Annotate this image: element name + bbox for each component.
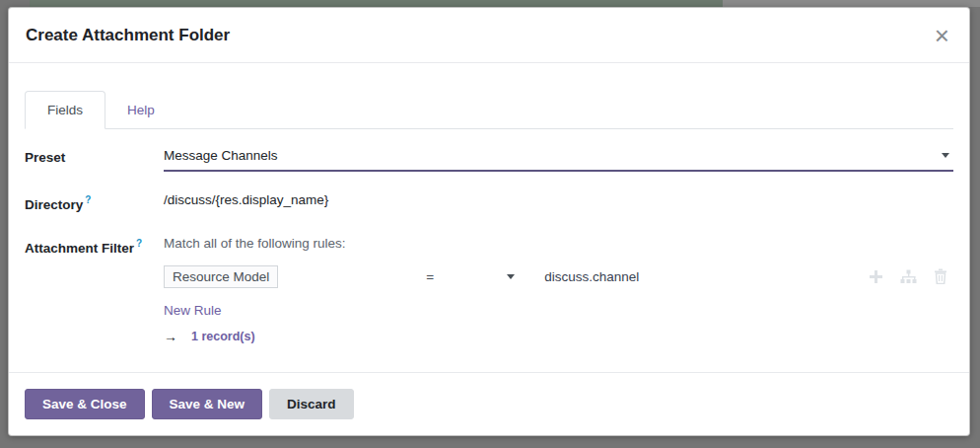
- directory-input[interactable]: /discuss/{res.display_name}: [164, 192, 953, 207]
- discard-button[interactable]: Discard: [269, 389, 354, 419]
- notebook-tabs: Fields Help: [25, 91, 953, 129]
- create-attachment-folder-dialog: Create Attachment Folder × Fields Help P…: [8, 7, 970, 436]
- add-rule-icon[interactable]: [869, 269, 883, 284]
- arrow-right-icon: →: [164, 329, 177, 344]
- rule-field-selector[interactable]: Resource Model: [164, 265, 278, 288]
- save-and-new-button[interactable]: Save & New: [152, 389, 263, 419]
- help-icon: ?: [136, 238, 142, 249]
- dialog-body: Fields Help Preset Message Channels Dire…: [9, 91, 969, 344]
- preset-field: Message Channels: [164, 148, 953, 172]
- add-branch-icon[interactable]: [900, 269, 917, 284]
- dialog-footer: Save & Close Save & New Discard: [9, 372, 969, 435]
- preset-value: Message Channels: [164, 148, 278, 163]
- rule-actions: [869, 268, 953, 284]
- domain-widget: Match all of the following rules: Resour…: [164, 236, 953, 344]
- delete-rule-icon[interactable]: [934, 268, 947, 284]
- dialog-title: Create Attachment Folder: [26, 26, 230, 45]
- chevron-down-icon: [507, 274, 515, 279]
- help-icon: ?: [85, 194, 91, 205]
- dialog-header: Create Attachment Folder ×: [9, 8, 969, 63]
- rule-value-input[interactable]: discuss.channel: [544, 269, 639, 284]
- attachment-filter-row: Attachment Filter? Match all of the foll…: [25, 236, 953, 344]
- record-count-link[interactable]: 1 record(s): [191, 330, 255, 343]
- domain-match-text: Match all of the following rules:: [164, 236, 953, 251]
- tab-fields[interactable]: Fields: [25, 91, 105, 129]
- directory-label: Directory?: [25, 192, 164, 212]
- rule-operator-select[interactable]: =: [426, 269, 515, 284]
- tab-help[interactable]: Help: [105, 91, 176, 129]
- rule-operator-value: =: [426, 269, 434, 284]
- chevron-down-icon: [942, 153, 949, 158]
- attachment-filter-label: Attachment Filter?: [25, 236, 164, 256]
- new-rule-link[interactable]: New Rule: [164, 303, 222, 318]
- backdrop: [723, 0, 980, 7]
- fields-form: Preset Message Channels Directory? /disc…: [25, 148, 953, 344]
- preset-label: Preset: [25, 148, 164, 165]
- domain-rule-row: Resource Model = discuss.channel: [164, 265, 953, 288]
- backdrop-page-header: [30, 0, 723, 7]
- save-and-close-button[interactable]: Save & Close: [25, 389, 145, 419]
- preset-select[interactable]: Message Channels: [164, 148, 953, 172]
- record-count-row: → 1 record(s): [164, 329, 953, 344]
- close-icon[interactable]: ×: [933, 26, 951, 45]
- preset-row: Preset Message Channels: [25, 148, 953, 172]
- directory-row: Directory? /discuss/{res.display_name}: [25, 192, 953, 212]
